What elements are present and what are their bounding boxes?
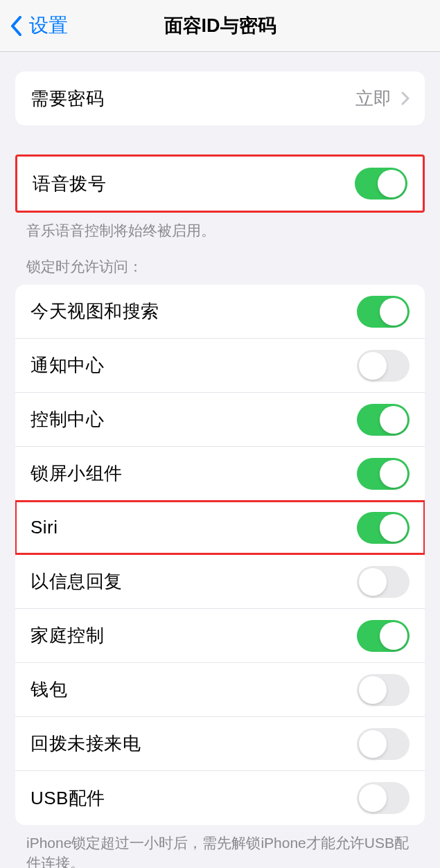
locked-access-toggle[interactable] [357, 728, 410, 760]
locked-access-row: 锁屏小组件 [15, 447, 425, 501]
locked-access-item-label: 今天视图和搜索 [30, 299, 159, 324]
back-button[interactable]: 设置 [0, 12, 68, 39]
locked-access-item-label: 回拨未接来电 [30, 732, 141, 756]
locked-access-toggle[interactable] [357, 782, 410, 814]
locked-access-toggle[interactable] [357, 566, 410, 598]
locked-access-header: 锁定时允许访问： [0, 240, 440, 282]
chevron-left-icon [10, 16, 22, 36]
locked-access-toggle[interactable] [357, 296, 410, 328]
locked-access-toggle[interactable] [357, 674, 410, 706]
voice-dial-row: 语音拨号 [17, 157, 423, 211]
locked-access-row: Siri [15, 501, 425, 555]
voice-dial-group: 语音拨号 [15, 154, 425, 213]
locked-access-row: USB配件 [15, 771, 425, 825]
locked-access-item-label: 以信息回复 [30, 569, 123, 594]
chevron-right-icon [401, 91, 410, 105]
locked-access-toggle[interactable] [357, 404, 410, 436]
locked-access-row: 通知中心 [15, 339, 425, 393]
locked-access-row: 今天视图和搜索 [15, 285, 425, 339]
navigation-bar: 设置 面容ID与密码 [0, 0, 440, 52]
locked-access-toggle[interactable] [357, 350, 410, 382]
locked-access-row: 家庭控制 [15, 609, 425, 663]
voice-dial-footer: 音乐语音控制将始终被启用。 [0, 213, 440, 240]
locked-access-toggle[interactable] [357, 458, 410, 490]
locked-access-footer: iPhone锁定超过一小时后，需先解锁iPhone才能允许USB配件连接。 [0, 825, 440, 868]
locked-access-item-label: 家庭控制 [30, 623, 104, 648]
locked-access-toggle[interactable] [357, 512, 410, 544]
locked-access-row: 钱包 [15, 663, 425, 717]
require-passcode-row[interactable]: 需要密码 立即 [15, 71, 425, 125]
locked-access-toggle[interactable] [357, 620, 410, 652]
locked-access-group: 今天视图和搜索通知中心控制中心锁屏小组件Siri以信息回复家庭控制钱包回拨未接来… [15, 285, 425, 825]
locked-access-item-label: 锁屏小组件 [30, 461, 123, 486]
locked-access-row: 以信息回复 [15, 555, 425, 609]
locked-access-item-label: 控制中心 [30, 407, 104, 432]
locked-access-item-label: 通知中心 [30, 353, 104, 378]
require-passcode-label: 需要密码 [30, 87, 104, 111]
locked-access-item-label: Siri [30, 517, 58, 538]
locked-access-row: 回拨未接来电 [15, 717, 425, 771]
page-title: 面容ID与密码 [164, 13, 276, 38]
locked-access-item-label: USB配件 [30, 786, 105, 811]
back-label: 设置 [29, 12, 68, 39]
require-passcode-value: 立即 [355, 87, 410, 111]
voice-dial-toggle[interactable] [355, 168, 407, 200]
require-passcode-group: 需要密码 立即 [15, 71, 425, 125]
locked-access-row: 控制中心 [15, 393, 425, 447]
voice-dial-label: 语音拨号 [33, 172, 106, 196]
locked-access-item-label: 钱包 [30, 677, 67, 702]
